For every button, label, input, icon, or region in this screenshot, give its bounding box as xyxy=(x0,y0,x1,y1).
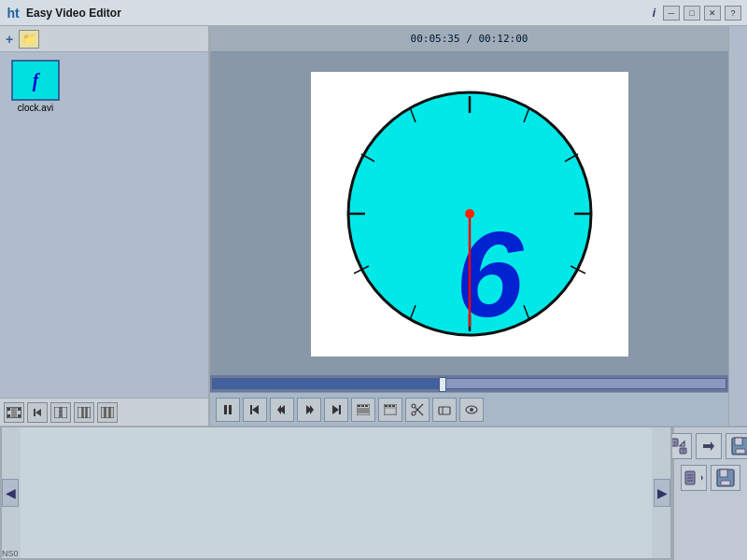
svg-rect-2 xyxy=(7,414,10,417)
svg-marker-66 xyxy=(703,441,714,451)
svg-text:T: T xyxy=(673,441,677,446)
svg-point-32 xyxy=(465,209,474,218)
pause-button[interactable] xyxy=(216,398,240,422)
split-button-2[interactable] xyxy=(74,402,94,423)
svg-point-54 xyxy=(412,412,416,415)
export-group-1: T T xyxy=(666,433,747,459)
bottom-area: ◀ ▶ T T xyxy=(0,427,747,560)
svg-rect-3 xyxy=(18,408,21,411)
timeline-scroll-right[interactable]: ▶ xyxy=(654,479,670,507)
svg-rect-52 xyxy=(385,408,396,414)
file-toolbar: + 📁 xyxy=(0,26,208,52)
timeline-scroll-left[interactable]: ◀ xyxy=(2,479,19,507)
left-panel: + 📁 f clock.avi xyxy=(0,26,210,426)
progress-thumb[interactable] xyxy=(439,377,446,392)
svg-rect-15 xyxy=(106,407,109,418)
step-start-button[interactable] xyxy=(243,398,267,422)
ns0-label: NS0 xyxy=(2,549,19,558)
app-title: Easy Video Editor xyxy=(26,7,121,20)
svg-marker-63 xyxy=(680,441,684,446)
svg-rect-49 xyxy=(385,405,388,407)
app-icon: ht xyxy=(6,6,21,21)
svg-rect-68 xyxy=(735,438,742,445)
split-button-3[interactable] xyxy=(97,402,118,423)
title-buttons: i ─ □ ✕ ? xyxy=(653,6,741,21)
step-end-button[interactable] xyxy=(324,398,348,422)
info-button[interactable]: i xyxy=(653,7,655,20)
file-name-label: clock.avi xyxy=(18,103,53,113)
save-button-1[interactable] xyxy=(726,433,747,459)
svg-rect-51 xyxy=(392,405,395,407)
svg-rect-14 xyxy=(101,407,105,418)
film-strip-button[interactable] xyxy=(4,402,24,423)
clock-display: 6 xyxy=(330,83,610,344)
frame-back-button[interactable] xyxy=(270,398,294,422)
help-button[interactable]: ? xyxy=(725,6,741,21)
clip-button-1[interactable] xyxy=(351,398,375,422)
clip-button-2[interactable] xyxy=(378,398,402,422)
title-left: ht Easy Video Editor xyxy=(6,6,121,21)
svg-rect-47 xyxy=(358,408,369,413)
file-item[interactable]: f clock.avi xyxy=(7,60,63,113)
open-folder-button[interactable]: 📁 xyxy=(19,30,39,49)
svg-rect-42 xyxy=(339,405,341,414)
video-controls xyxy=(210,392,728,426)
preview-button[interactable] xyxy=(459,398,484,422)
svg-marker-41 xyxy=(332,405,339,414)
video-header: 00:05:35 / 00:12:00 xyxy=(210,26,728,52)
svg-marker-38 xyxy=(277,405,281,414)
svg-rect-69 xyxy=(736,449,745,454)
file-thumbnail: f xyxy=(11,60,60,101)
close-button[interactable]: ✕ xyxy=(704,6,721,21)
left-bottom-toolbar xyxy=(0,398,208,426)
minimize-button[interactable]: ─ xyxy=(663,6,680,21)
video-area: 6 xyxy=(210,52,728,375)
svg-point-53 xyxy=(412,404,416,408)
frame-forward-button[interactable] xyxy=(297,398,321,422)
svg-marker-35 xyxy=(252,405,259,414)
export-group-2 xyxy=(681,465,740,491)
progress-track[interactable] xyxy=(212,378,726,389)
scissors-button[interactable] xyxy=(405,398,430,422)
thumb-char: f xyxy=(33,70,39,91)
progress-bar-area[interactable] xyxy=(210,375,728,392)
save-button-2[interactable] xyxy=(711,465,740,491)
svg-text:T: T xyxy=(682,448,685,454)
svg-rect-57 xyxy=(439,407,450,414)
add-file-button[interactable]: + xyxy=(4,32,15,47)
svg-point-60 xyxy=(470,408,473,412)
maximize-button[interactable]: □ xyxy=(684,6,700,21)
svg-rect-50 xyxy=(388,405,391,407)
prev-button[interactable] xyxy=(27,402,48,423)
svg-rect-44 xyxy=(358,405,360,407)
svg-rect-76 xyxy=(720,469,727,477)
video-frame: 6 xyxy=(311,72,628,357)
folder-icon: 📁 xyxy=(22,33,36,46)
arrow-right-icon xyxy=(696,433,722,459)
right-panel xyxy=(728,26,747,426)
right-buttons-panel: T T xyxy=(672,427,747,560)
svg-rect-4 xyxy=(18,414,21,417)
svg-marker-6 xyxy=(35,409,41,416)
svg-rect-1 xyxy=(7,408,10,411)
svg-rect-13 xyxy=(87,407,91,418)
center-panel: 00:05:35 / 00:12:00 xyxy=(210,26,728,426)
svg-rect-45 xyxy=(361,405,364,407)
main-layout: + 📁 f clock.avi xyxy=(0,26,747,427)
eraser-button[interactable] xyxy=(432,398,457,422)
title-bar: ht Easy Video Editor i ─ □ ✕ ? xyxy=(0,0,747,26)
svg-rect-8 xyxy=(54,407,60,418)
svg-rect-33 xyxy=(224,405,227,414)
svg-rect-5 xyxy=(11,408,17,417)
svg-rect-46 xyxy=(365,405,368,407)
svg-marker-40 xyxy=(310,405,314,414)
svg-rect-77 xyxy=(721,481,730,485)
svg-rect-34 xyxy=(229,405,232,414)
svg-text:6: 6 xyxy=(456,206,524,343)
timeline-inner xyxy=(21,427,652,558)
svg-rect-7 xyxy=(34,409,35,416)
timeline-area: ◀ ▶ xyxy=(0,427,672,560)
svg-rect-11 xyxy=(78,407,82,418)
svg-marker-74 xyxy=(697,475,703,481)
split-button-1[interactable] xyxy=(50,402,71,423)
